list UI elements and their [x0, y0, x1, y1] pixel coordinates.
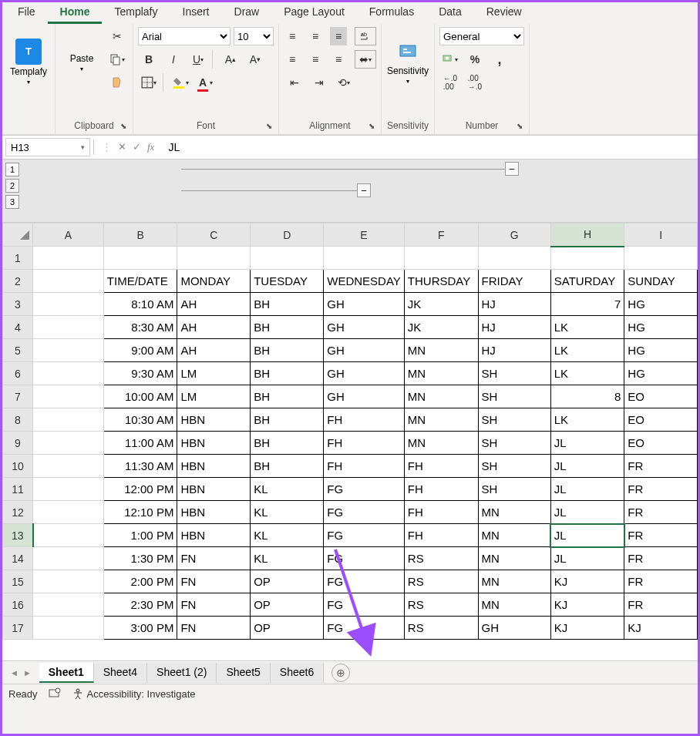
- templafy-button[interactable]: T Templafy ▾: [7, 27, 50, 96]
- copy-button[interactable]: ▾: [106, 50, 128, 69]
- enter-formula-button[interactable]: ✓: [133, 141, 141, 153]
- cell-E13[interactable]: FG: [324, 524, 405, 547]
- cell-D15[interactable]: OP: [251, 570, 324, 593]
- cell-E2[interactable]: WEDNESDAY: [324, 270, 405, 293]
- cell-G7[interactable]: SH: [478, 385, 550, 408]
- cell-H6[interactable]: LK: [550, 362, 624, 385]
- cell-G10[interactable]: SH: [478, 455, 550, 478]
- cell-E5[interactable]: GH: [324, 339, 405, 362]
- ribbon-tab-insert[interactable]: Insert: [170, 2, 222, 24]
- decrease-font-button[interactable]: A▾: [244, 50, 266, 69]
- cell-G6[interactable]: SH: [478, 362, 550, 385]
- ribbon-tab-draw[interactable]: Draw: [222, 2, 272, 24]
- col-header-I[interactable]: I: [624, 223, 698, 247]
- cell-A1[interactable]: [33, 247, 104, 270]
- cell-F16[interactable]: RS: [404, 593, 478, 617]
- cell-F7[interactable]: MN: [404, 385, 478, 408]
- cell-G13[interactable]: MN: [478, 524, 550, 547]
- cell-B3[interactable]: 8:10 AM: [103, 293, 177, 316]
- cell-F2[interactable]: THURSDAY: [404, 270, 478, 293]
- cell-I14[interactable]: FR: [624, 547, 698, 570]
- cell-D12[interactable]: KL: [251, 501, 324, 524]
- cell-E15[interactable]: FG: [324, 570, 405, 593]
- cell-B1[interactable]: [103, 247, 177, 270]
- cell-D4[interactable]: BH: [251, 316, 324, 339]
- cell-A5[interactable]: [33, 339, 104, 362]
- fx-button[interactable]: fx: [147, 141, 154, 153]
- col-header-E[interactable]: E: [324, 223, 405, 247]
- cell-I15[interactable]: FR: [624, 570, 698, 593]
- cell-C3[interactable]: AH: [177, 293, 251, 316]
- cell-I3[interactable]: HG: [624, 293, 698, 316]
- cell-F14[interactable]: RS: [404, 547, 478, 570]
- dialog-launcher-icon[interactable]: ⬊: [264, 122, 274, 131]
- cell-B2[interactable]: TIME/DATE: [103, 270, 177, 293]
- cell-B12[interactable]: 12:10 PM: [103, 501, 177, 524]
- orientation-button[interactable]: ⟲▾: [333, 73, 355, 92]
- row-header-13[interactable]: 13: [3, 524, 33, 547]
- cell-D16[interactable]: OP: [251, 593, 324, 617]
- cell-C17[interactable]: FN: [177, 617, 251, 640]
- ribbon-tab-page-layout[interactable]: Page Layout: [271, 2, 357, 24]
- cell-G11[interactable]: SH: [478, 478, 550, 501]
- cell-A10[interactable]: [33, 455, 104, 478]
- sheet-tab-sheet6[interactable]: Sheet6: [271, 663, 324, 683]
- cell-E9[interactable]: FH: [324, 432, 405, 455]
- row-header-11[interactable]: 11: [3, 478, 33, 501]
- ribbon-tab-data[interactable]: Data: [426, 2, 474, 24]
- bold-button[interactable]: B: [138, 50, 160, 69]
- cell-H11[interactable]: JL: [550, 478, 624, 501]
- cell-D2[interactable]: TUESDAY: [251, 270, 324, 293]
- cell-D3[interactable]: BH: [251, 293, 324, 316]
- collapse-group-button[interactable]: −: [505, 162, 519, 176]
- cell-G15[interactable]: MN: [478, 570, 550, 593]
- col-header-C[interactable]: C: [177, 223, 251, 247]
- row-header-9[interactable]: 9: [3, 432, 33, 455]
- cell-A11[interactable]: [33, 478, 104, 501]
- accessibility-button[interactable]: Accessibility: Investigate: [72, 688, 196, 701]
- cell-I13[interactable]: FR: [624, 524, 698, 547]
- cell-C4[interactable]: AH: [177, 316, 251, 339]
- cell-I4[interactable]: HG: [624, 316, 698, 339]
- sensitivity-button[interactable]: Sensitivity ▾: [386, 27, 429, 96]
- outline-level-3[interactable]: 3: [5, 195, 19, 209]
- cell-I8[interactable]: EO: [624, 408, 698, 432]
- decrease-indent-button[interactable]: ⇤: [284, 73, 305, 92]
- align-center-button[interactable]: ≡: [307, 50, 324, 69]
- row-header-7[interactable]: 7: [3, 385, 33, 408]
- cell-E4[interactable]: GH: [324, 316, 405, 339]
- cell-A12[interactable]: [33, 501, 104, 524]
- cell-I12[interactable]: FR: [624, 501, 698, 524]
- align-right-button[interactable]: ≡: [330, 50, 347, 69]
- align-left-button[interactable]: ≡: [284, 50, 301, 69]
- row-header-17[interactable]: 17: [3, 617, 33, 640]
- increase-indent-button[interactable]: ⇥: [308, 73, 330, 92]
- sheet-nav-prev[interactable]: ◄: [10, 668, 19, 677]
- cell-G12[interactable]: MN: [478, 501, 550, 524]
- merge-button[interactable]: ⬌▾: [355, 50, 376, 69]
- increase-decimal-button[interactable]: ←.0.00: [439, 73, 461, 92]
- row-header-10[interactable]: 10: [3, 455, 33, 478]
- cell-C8[interactable]: HBN: [177, 408, 251, 432]
- add-sheet-button[interactable]: ⊕: [331, 664, 350, 682]
- dialog-launcher-icon[interactable]: ⬊: [119, 122, 128, 131]
- cell-F8[interactable]: MN: [404, 408, 478, 432]
- cell-E17[interactable]: FG: [324, 617, 405, 640]
- spreadsheet-grid[interactable]: ABCDEFGHI12TIME/DATEMONDAYTUESDAYWEDNESD…: [2, 223, 698, 660]
- cell-B7[interactable]: 10:00 AM: [103, 385, 177, 408]
- font-name-select[interactable]: Arial: [138, 27, 231, 45]
- row-header-15[interactable]: 15: [3, 570, 33, 593]
- cell-C15[interactable]: FN: [177, 570, 251, 593]
- sheet-tab-sheet1-2-[interactable]: Sheet1 (2): [147, 663, 217, 683]
- cell-H9[interactable]: JL: [550, 432, 624, 455]
- cell-C11[interactable]: HBN: [177, 478, 251, 501]
- cell-I5[interactable]: HG: [624, 339, 698, 362]
- wrap-text-button[interactable]: ab: [355, 27, 376, 45]
- accounting-format-button[interactable]: ▾: [439, 50, 461, 69]
- col-header-F[interactable]: F: [404, 223, 478, 247]
- col-header-A[interactable]: A: [33, 223, 104, 247]
- cell-G5[interactable]: HJ: [478, 339, 550, 362]
- col-header-H[interactable]: H: [550, 223, 624, 247]
- cell-D6[interactable]: BH: [251, 362, 324, 385]
- sheet-tab-sheet5[interactable]: Sheet5: [217, 663, 270, 683]
